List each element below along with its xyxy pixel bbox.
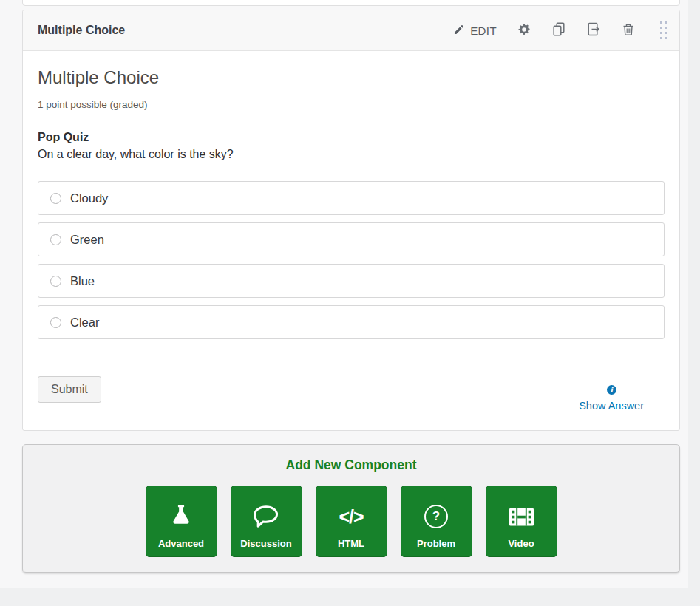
add-button-label: Video	[508, 538, 534, 549]
problem-actions-row: Submit i Show Answer	[38, 376, 665, 412]
move-icon	[587, 22, 600, 38]
page-background: Multiple Choice EDIT	[0, 0, 688, 588]
choice-option-clear[interactable]: Clear	[38, 305, 665, 339]
submit-button[interactable]: Submit	[38, 376, 101, 403]
question-text: On a clear day, what color is the sky?	[38, 148, 665, 161]
film-icon	[509, 502, 534, 531]
problem-body: Multiple Choice 1 point possible (graded…	[23, 67, 679, 412]
duplicate-button[interactable]	[551, 22, 566, 38]
radio-button-icon[interactable]	[50, 317, 61, 328]
trash-icon	[622, 23, 634, 38]
add-component-buttons: Advanced Discussion </> HTML ?	[23, 486, 679, 557]
edit-button-label: EDIT	[470, 24, 497, 37]
move-button[interactable]	[586, 22, 601, 38]
pencil-icon	[453, 24, 465, 38]
component-card: Multiple Choice EDIT	[22, 10, 680, 431]
code-icon: </>	[339, 502, 363, 531]
choice-label: Clear	[70, 316, 99, 330]
add-video-button[interactable]: Video	[486, 486, 557, 557]
delete-button[interactable]	[621, 22, 636, 38]
info-icon[interactable]: i	[607, 385, 616, 395]
points-text: 1 point possible (graded)	[38, 99, 665, 110]
add-button-label: Discussion	[240, 538, 291, 549]
duplicate-icon	[552, 22, 565, 38]
previous-component-card-edge	[22, 0, 680, 6]
radio-button-icon[interactable]	[50, 276, 61, 287]
add-button-label: Advanced	[158, 538, 204, 549]
choice-group: Cloudy Green Blue Clear	[38, 181, 665, 339]
radio-button-icon[interactable]	[50, 234, 61, 245]
add-component-title: Add New Component	[23, 457, 679, 473]
add-button-label: Problem	[417, 538, 455, 549]
edit-button[interactable]: EDIT	[453, 24, 497, 38]
choice-label: Green	[70, 233, 104, 247]
show-answer-block: i Show Answer	[579, 382, 644, 412]
add-discussion-button[interactable]: Discussion	[231, 486, 302, 557]
speech-bubble-icon	[253, 502, 279, 531]
question-title: Pop Quiz	[38, 131, 665, 144]
question-circle-icon: ?	[424, 502, 448, 531]
choice-label: Cloudy	[70, 191, 108, 205]
radio-button-icon[interactable]	[50, 193, 61, 204]
add-html-button[interactable]: </> HTML	[316, 486, 387, 557]
choice-option-blue[interactable]: Blue	[38, 264, 665, 298]
problem-title: Multiple Choice	[38, 67, 665, 88]
flask-icon	[169, 502, 193, 531]
drag-handle-icon[interactable]	[660, 21, 667, 39]
gear-icon	[517, 23, 531, 38]
show-answer-link[interactable]: Show Answer	[579, 400, 644, 412]
component-actions: EDIT	[453, 21, 670, 39]
component-title: Multiple Choice	[38, 24, 453, 37]
choice-option-green[interactable]: Green	[38, 222, 665, 256]
add-advanced-button[interactable]: Advanced	[146, 486, 217, 557]
add-component-panel: Add New Component Advanced Discussion </	[22, 444, 680, 573]
choice-label: Blue	[70, 274, 95, 288]
add-button-label: HTML	[338, 538, 364, 549]
choice-option-cloudy[interactable]: Cloudy	[38, 181, 665, 215]
component-card-header: Multiple Choice EDIT	[23, 10, 679, 51]
settings-button[interactable]	[517, 22, 531, 38]
add-problem-button[interactable]: ? Problem	[401, 486, 472, 557]
